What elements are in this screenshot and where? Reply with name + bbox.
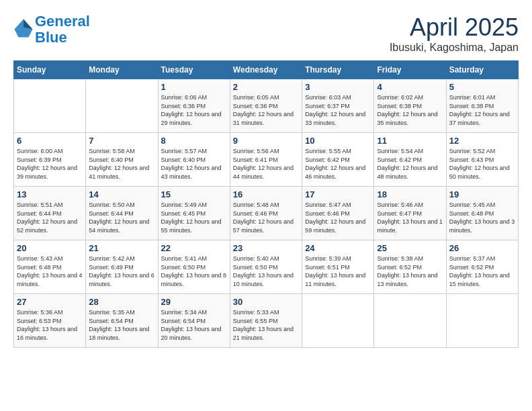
day-info: Sunrise: 5:36 AM Sunset: 6:53 PM Dayligh… (17, 308, 83, 342)
calendar-cell: 9Sunrise: 5:56 AM Sunset: 6:41 PM Daylig… (230, 133, 302, 187)
calendar-cell (14, 79, 86, 133)
logo-general: General (35, 13, 90, 30)
day-info: Sunrise: 5:43 AM Sunset: 6:48 PM Dayligh… (17, 255, 83, 288)
weekday-header-row: SundayMondayTuesdayWednesdayThursdayFrid… (14, 61, 519, 79)
day-info: Sunrise: 5:46 AM Sunset: 6:47 PM Dayligh… (377, 201, 443, 234)
day-info: Sunrise: 5:50 AM Sunset: 6:44 PM Dayligh… (89, 201, 154, 234)
day-number: 10 (305, 136, 371, 146)
day-number: 5 (449, 82, 515, 92)
calendar-week-row: 1Sunrise: 6:06 AM Sunset: 6:36 PM Daylig… (14, 79, 519, 133)
day-info: Sunrise: 5:34 AM Sunset: 6:54 PM Dayligh… (161, 308, 227, 342)
day-number: 17 (305, 189, 371, 199)
day-number: 13 (17, 189, 83, 199)
day-info: Sunrise: 5:42 AM Sunset: 6:49 PM Dayligh… (89, 255, 154, 288)
day-info: Sunrise: 5:49 AM Sunset: 6:45 PM Dayligh… (161, 201, 227, 234)
day-info: Sunrise: 5:58 AM Sunset: 6:40 PM Dayligh… (89, 147, 154, 181)
day-number: 26 (449, 243, 515, 253)
day-number: 2 (233, 82, 299, 92)
calendar-cell: 21Sunrise: 5:42 AM Sunset: 6:49 PM Dayli… (86, 240, 158, 294)
calendar-cell: 3Sunrise: 6:03 AM Sunset: 6:37 PM Daylig… (302, 79, 374, 133)
page-header: General Blue April 2025 Ibusuki, Kagoshi… (13, 13, 519, 54)
day-number: 1 (161, 82, 227, 92)
day-number: 20 (17, 243, 83, 253)
day-info: Sunrise: 6:06 AM Sunset: 6:36 PM Dayligh… (161, 93, 227, 127)
calendar-cell: 20Sunrise: 5:43 AM Sunset: 6:48 PM Dayli… (14, 240, 86, 294)
calendar-cell: 22Sunrise: 5:41 AM Sunset: 6:50 PM Dayli… (158, 240, 230, 294)
weekday-header: Saturday (446, 61, 518, 79)
day-info: Sunrise: 5:33 AM Sunset: 6:55 PM Dayligh… (233, 308, 299, 342)
day-number: 3 (305, 82, 371, 92)
calendar-cell: 10Sunrise: 5:55 AM Sunset: 6:42 PM Dayli… (302, 133, 374, 187)
calendar-cell: 12Sunrise: 5:52 AM Sunset: 6:43 PM Dayli… (446, 133, 518, 187)
day-info: Sunrise: 6:01 AM Sunset: 6:38 PM Dayligh… (449, 93, 515, 127)
calendar-cell: 16Sunrise: 5:48 AM Sunset: 6:46 PM Dayli… (230, 187, 302, 240)
calendar-title-area: April 2025 Ibusuki, Kagoshima, Japan (390, 13, 519, 54)
day-number: 25 (377, 243, 443, 253)
calendar-cell: 19Sunrise: 5:45 AM Sunset: 6:48 PM Dayli… (446, 187, 518, 240)
day-info: Sunrise: 6:03 AM Sunset: 6:37 PM Dayligh… (305, 93, 371, 127)
calendar-cell (446, 294, 518, 348)
day-number: 19 (449, 189, 515, 199)
day-info: Sunrise: 5:40 AM Sunset: 6:50 PM Dayligh… (233, 255, 299, 288)
calendar-cell: 11Sunrise: 5:54 AM Sunset: 6:42 PM Dayli… (374, 133, 446, 187)
logo-blue: Blue (35, 29, 67, 46)
day-number: 4 (377, 82, 443, 92)
calendar-subtitle: Ibusuki, Kagoshima, Japan (390, 42, 519, 54)
day-number: 6 (17, 136, 83, 146)
calendar-cell: 1Sunrise: 6:06 AM Sunset: 6:36 PM Daylig… (158, 79, 230, 133)
day-info: Sunrise: 6:05 AM Sunset: 6:36 PM Dayligh… (233, 93, 299, 127)
day-number: 12 (449, 136, 515, 146)
calendar-title: April 2025 (390, 13, 519, 42)
calendar-cell: 5Sunrise: 6:01 AM Sunset: 6:38 PM Daylig… (446, 79, 518, 133)
calendar-cell: 23Sunrise: 5:40 AM Sunset: 6:50 PM Dayli… (230, 240, 302, 294)
day-number: 24 (305, 243, 371, 253)
day-info: Sunrise: 5:45 AM Sunset: 6:48 PM Dayligh… (449, 201, 515, 234)
calendar-cell: 25Sunrise: 5:38 AM Sunset: 6:52 PM Dayli… (374, 240, 446, 294)
day-number: 9 (233, 136, 299, 146)
day-number: 29 (161, 297, 227, 307)
calendar-cell (86, 79, 158, 133)
day-info: Sunrise: 5:37 AM Sunset: 6:52 PM Dayligh… (449, 255, 515, 288)
calendar-cell: 6Sunrise: 6:00 AM Sunset: 6:39 PM Daylig… (14, 133, 86, 187)
day-number: 16 (233, 189, 299, 199)
calendar-week-row: 27Sunrise: 5:36 AM Sunset: 6:53 PM Dayli… (14, 294, 519, 348)
day-number: 23 (233, 243, 299, 253)
calendar-cell: 7Sunrise: 5:58 AM Sunset: 6:40 PM Daylig… (86, 133, 158, 187)
day-number: 30 (233, 297, 299, 307)
day-info: Sunrise: 5:48 AM Sunset: 6:46 PM Dayligh… (233, 201, 299, 234)
day-info: Sunrise: 5:47 AM Sunset: 6:46 PM Dayligh… (305, 201, 371, 234)
day-info: Sunrise: 5:57 AM Sunset: 6:40 PM Dayligh… (161, 147, 227, 181)
day-number: 22 (161, 243, 227, 253)
day-number: 18 (377, 189, 443, 199)
day-info: Sunrise: 6:00 AM Sunset: 6:39 PM Dayligh… (17, 147, 83, 181)
weekday-header: Monday (86, 61, 158, 79)
logo-text: General Blue (35, 13, 90, 46)
calendar-cell: 18Sunrise: 5:46 AM Sunset: 6:47 PM Dayli… (374, 187, 446, 240)
day-number: 7 (89, 136, 154, 146)
day-number: 8 (161, 136, 227, 146)
day-info: Sunrise: 5:41 AM Sunset: 6:50 PM Dayligh… (161, 255, 227, 288)
day-info: Sunrise: 5:38 AM Sunset: 6:52 PM Dayligh… (377, 255, 443, 288)
calendar-cell (302, 294, 374, 348)
calendar-cell: 27Sunrise: 5:36 AM Sunset: 6:53 PM Dayli… (14, 294, 86, 348)
calendar-cell: 26Sunrise: 5:37 AM Sunset: 6:52 PM Dayli… (446, 240, 518, 294)
calendar-cell: 13Sunrise: 5:51 AM Sunset: 6:44 PM Dayli… (14, 187, 86, 240)
calendar-week-row: 20Sunrise: 5:43 AM Sunset: 6:48 PM Dayli… (14, 240, 519, 294)
weekday-header: Friday (374, 61, 446, 79)
calendar-week-row: 6Sunrise: 6:00 AM Sunset: 6:39 PM Daylig… (14, 133, 519, 187)
weekday-header: Tuesday (158, 61, 230, 79)
weekday-header: Thursday (302, 61, 374, 79)
calendar-cell: 14Sunrise: 5:50 AM Sunset: 6:44 PM Dayli… (86, 187, 158, 240)
calendar-cell (374, 294, 446, 348)
day-info: Sunrise: 6:02 AM Sunset: 6:38 PM Dayligh… (377, 93, 443, 127)
day-info: Sunrise: 5:54 AM Sunset: 6:42 PM Dayligh… (377, 147, 443, 181)
day-number: 28 (89, 297, 154, 307)
day-number: 27 (17, 297, 83, 307)
day-info: Sunrise: 5:51 AM Sunset: 6:44 PM Dayligh… (17, 201, 83, 234)
day-info: Sunrise: 5:35 AM Sunset: 6:54 PM Dayligh… (89, 308, 154, 342)
logo: General Blue (13, 13, 90, 46)
weekday-header: Wednesday (230, 61, 302, 79)
calendar-cell: 28Sunrise: 5:35 AM Sunset: 6:54 PM Dayli… (86, 294, 158, 348)
calendar-week-row: 13Sunrise: 5:51 AM Sunset: 6:44 PM Dayli… (14, 187, 519, 240)
day-info: Sunrise: 5:56 AM Sunset: 6:41 PM Dayligh… (233, 147, 299, 181)
